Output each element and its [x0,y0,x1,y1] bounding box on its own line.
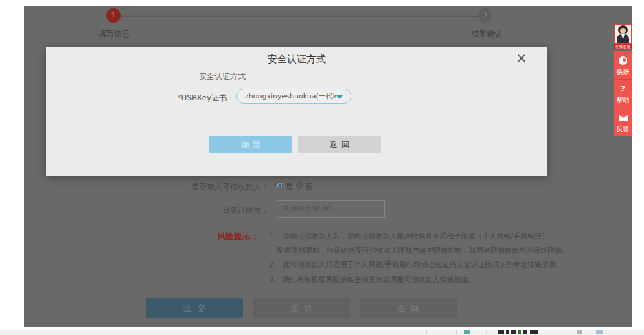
stepper-step2-badge: 2 [478,8,492,23]
risk-line-4: 3、 我行有权根据风险策略主动关闭或调整可信收款人转账额度。 [269,275,476,284]
taskbar-mark [506,330,509,334]
taskbar-mark [523,330,527,334]
taskbar-mark [511,330,516,334]
modal-divider [59,69,531,69]
usbkey-cert-selected-value: zhongxinyeshuokua(一代key证书1) [245,89,336,103]
taskbar-mark [577,330,582,334]
taskbar-mark [596,330,603,334]
taskbar-tick [397,330,397,334]
question-icon: ? [614,84,632,93]
taskbar-mark [518,330,521,334]
stepper-step2-label: 结果确认 [461,29,512,40]
risk-line-2: 渠道限额限制，但是仍然受可信收款人限额与账户限额控制，取两者限额较低的为最终限额… [277,246,569,255]
taskbar-tick [546,330,546,334]
modal-title: 安全认证方式 [46,53,547,65]
risk-line-1: 1、 添加可信收款人后，您向可信收款人账户转账将不受电子渠道（个人网银/手机银行… [269,231,549,241]
back-button[interactable]: 返回 [360,298,457,318]
taskbar-tick [486,330,487,334]
usbkey-cert-label: *USBKey证书： [130,93,235,104]
taskbar-tick [456,330,457,334]
skin-label: 换肤 [614,67,632,76]
modal-return-button[interactable]: 返回 [298,136,381,153]
envelope-icon [619,115,628,121]
radio-yes[interactable] [277,182,283,189]
daily-limit-input[interactable] [277,200,385,218]
feedback-label: 反馈 [614,124,632,133]
bottom-divider-line [0,329,644,329]
risk-warning-title: 风险提示： [194,231,259,242]
taskbar-mark [498,330,504,334]
risk-line-3: 2、 此可信收款人只适用于个人网银/手机银行纯动态验证码安全认证模式下的单笔转账… [269,260,563,270]
auth-section-label: 安全认证方式 [199,71,246,82]
side-toolbar: 换肤 ? 帮助 反馈 [614,51,632,136]
stepper-progress-line [113,14,485,17]
security-auth-modal: 安全认证方式 × 安全认证方式 *USBKey证书： zhongxinyeshu… [46,47,547,176]
taskbar-mark [464,330,470,334]
refill-button[interactable]: 重填 [253,298,350,318]
chevron-down-icon [336,95,343,99]
submit-button[interactable]: 提交 [146,298,243,318]
radio-yes-label[interactable]: 是 [285,181,293,192]
help-label: 帮助 [614,96,632,105]
daily-limit-label: 日累计限额： [162,205,269,216]
customer-service-avatar[interactable] [614,24,632,44]
skin-icon [619,56,627,65]
change-skin-button[interactable]: 换肤 [614,51,632,79]
online-service-label[interactable]: 在线客服 [614,44,632,49]
stepper-step1-badge: 1 [106,8,121,23]
trusted-payee-label: 是否加入可信收款人： [136,181,269,192]
feedback-button[interactable]: 反馈 [614,108,632,136]
taskbar-sliver [0,330,644,335]
help-button[interactable]: ? 帮助 [614,79,632,108]
confirm-button[interactable]: 确定 [209,136,292,153]
taskbar-tick [426,330,427,334]
close-icon[interactable]: × [514,50,529,65]
radio-no-label[interactable]: 否 [305,181,312,192]
taskbar-mark [530,330,538,334]
radio-no[interactable] [296,182,303,189]
avatar-face [620,28,626,34]
usbkey-cert-select[interactable]: zhongxinyeshuokua(一代key证书1) [236,89,351,104]
stepper-step1-label: 填写信息 [88,29,140,40]
